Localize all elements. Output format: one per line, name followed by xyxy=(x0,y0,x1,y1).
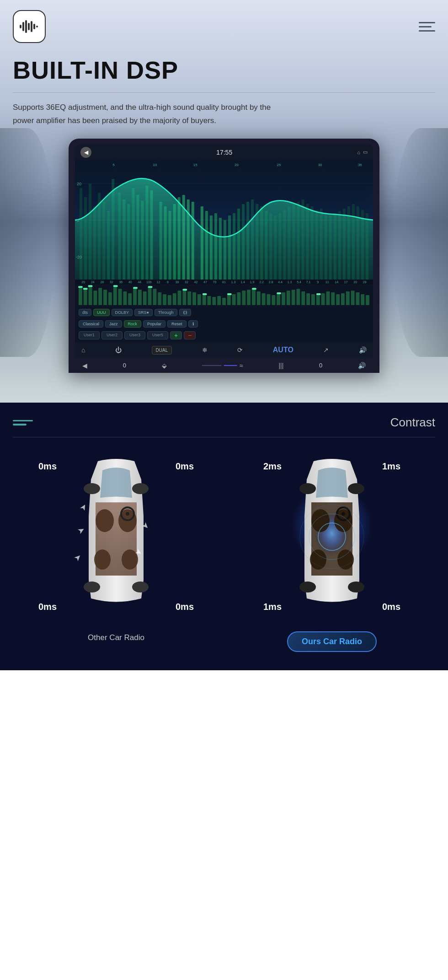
svg-rect-1 xyxy=(22,22,24,31)
title-divider xyxy=(13,92,435,93)
rock-button[interactable]: Rock xyxy=(124,320,142,328)
svg-rect-107 xyxy=(178,291,181,305)
svg-rect-142 xyxy=(351,291,355,305)
svg-point-177 xyxy=(337,549,354,570)
svg-rect-92 xyxy=(103,290,107,305)
svg-rect-132 xyxy=(301,291,305,305)
nav-fan-icon[interactable]: ≈ xyxy=(240,362,243,369)
other-ms-tr: 0ms xyxy=(176,461,194,472)
svg-rect-128 xyxy=(282,292,285,305)
svg-text:➤: ➤ xyxy=(72,552,84,563)
back-button[interactable]: ◀ xyxy=(80,147,91,158)
wifi-icon: ⌂ xyxy=(357,150,360,155)
power-icon[interactable]: ⏻ xyxy=(115,346,122,354)
svg-rect-110 xyxy=(192,292,196,305)
info-button[interactable]: ℹ xyxy=(188,320,198,328)
svg-text:20: 20 xyxy=(235,163,239,167)
svg-point-180 xyxy=(299,483,316,494)
svg-rect-112 xyxy=(203,295,206,305)
svg-rect-120 xyxy=(242,291,245,305)
svg-text:25: 25 xyxy=(277,163,281,167)
airflow-icon[interactable]: ↗ xyxy=(323,346,329,354)
classical-button[interactable]: Classical xyxy=(79,320,103,328)
svg-rect-126 xyxy=(272,295,275,305)
svg-rect-114 xyxy=(212,297,216,305)
svg-rect-122 xyxy=(252,289,256,305)
svg-rect-91 xyxy=(98,288,102,305)
other-car-view: 0ms 0ms 0ms 0ms xyxy=(52,452,180,626)
through-button[interactable]: Through xyxy=(155,309,177,316)
svg-rect-98 xyxy=(133,288,137,305)
user3-button[interactable]: User3 xyxy=(124,331,145,339)
volume-icon[interactable]: 🔊 xyxy=(359,346,367,354)
dts-button[interactable]: dts xyxy=(79,309,91,316)
remove-preset-button[interactable]: − xyxy=(184,331,196,339)
nav-right-value: 0 xyxy=(319,362,322,369)
svg-rect-5 xyxy=(33,24,35,29)
svg-text:30: 30 xyxy=(318,163,322,167)
eq-sliders xyxy=(75,285,373,307)
uuu-button[interactable]: UUU xyxy=(93,309,110,316)
svg-rect-109 xyxy=(187,291,191,305)
other-car-label: Other Car Radio xyxy=(88,633,144,642)
svg-rect-152 xyxy=(182,289,187,291)
subtitle-text: Supports 36EQ adjustment, and the ultra-… xyxy=(13,101,278,128)
home-icon[interactable]: ⌂ xyxy=(81,346,85,354)
dual-button[interactable]: DUAL xyxy=(152,346,172,355)
svg-rect-100 xyxy=(143,291,147,305)
user2-button[interactable]: User2 xyxy=(101,331,123,339)
eq-effect-buttons: dts UUU DOLBY SRS● Through ⟪⟫ xyxy=(75,307,373,318)
svg-rect-116 xyxy=(222,298,226,305)
svg-rect-97 xyxy=(128,293,132,305)
jazz-button[interactable]: Jazz xyxy=(105,320,122,328)
user5-button[interactable]: User5 xyxy=(147,331,168,339)
svg-point-176 xyxy=(310,549,326,570)
svg-rect-3 xyxy=(28,23,30,30)
battery-icon: ▭ xyxy=(363,149,368,155)
reset-button[interactable]: Reset xyxy=(167,320,187,328)
eq-user-buttons: User1 User2 User3 User5 + − xyxy=(75,329,373,342)
svg-rect-155 xyxy=(252,288,256,290)
svg-rect-127 xyxy=(277,294,280,305)
nav-temp-icon[interactable]: ||| xyxy=(278,362,283,369)
dolby-button[interactable]: DOLBY xyxy=(112,309,133,316)
svg-rect-115 xyxy=(217,296,221,305)
svg-text:20: 20 xyxy=(77,182,81,186)
nav-vol-icon[interactable]: 🔊 xyxy=(358,362,366,369)
svg-rect-135 xyxy=(316,295,320,305)
snowflake-icon[interactable]: ❄ xyxy=(202,346,208,354)
svg-point-165 xyxy=(132,483,149,494)
svg-rect-134 xyxy=(311,294,315,305)
svg-rect-137 xyxy=(326,291,330,305)
dashboard-image: ◀ 17:55 ⌂ ▭ xyxy=(13,139,435,373)
svg-rect-151 xyxy=(148,286,153,288)
user1-button[interactable]: User1 xyxy=(79,331,100,339)
svg-rect-2 xyxy=(25,20,27,33)
eq-numbers-row: 20242832364044 10012838324247 70811.31.4… xyxy=(75,280,373,285)
svg-rect-138 xyxy=(331,292,335,305)
svg-text:0: 0 xyxy=(77,218,79,223)
svg-text:15: 15 xyxy=(193,163,197,167)
svg-rect-125 xyxy=(267,294,271,305)
popular-button[interactable]: Popular xyxy=(143,320,165,328)
ours-ms-tl: 2ms xyxy=(263,461,282,472)
nav-back-icon[interactable]: ◀ xyxy=(82,362,87,369)
svg-rect-144 xyxy=(361,294,364,305)
fan-icon[interactable]: ⟳ xyxy=(237,346,243,354)
svg-rect-139 xyxy=(336,294,340,305)
srs-button[interactable]: SRS● xyxy=(134,309,153,316)
svg-rect-124 xyxy=(262,293,266,305)
svg-rect-153 xyxy=(203,293,207,295)
nav-climate-icon[interactable]: ⬙ xyxy=(162,362,167,369)
menu-button[interactable] xyxy=(419,22,435,32)
svg-rect-89 xyxy=(89,286,92,305)
svg-point-160 xyxy=(94,549,111,570)
auto-label: AUTO xyxy=(273,346,293,354)
speaker-button[interactable]: ⟪⟫ xyxy=(179,309,191,316)
eq-chart: 20 0 -20 5 10 15 20 25 30 36 xyxy=(75,161,373,280)
add-preset-button[interactable]: + xyxy=(170,331,182,339)
svg-point-182 xyxy=(299,582,316,592)
ours-car-radio-button[interactable]: Ours Car Radio xyxy=(287,631,377,652)
svg-text:5: 5 xyxy=(112,163,115,167)
svg-rect-105 xyxy=(168,295,171,305)
